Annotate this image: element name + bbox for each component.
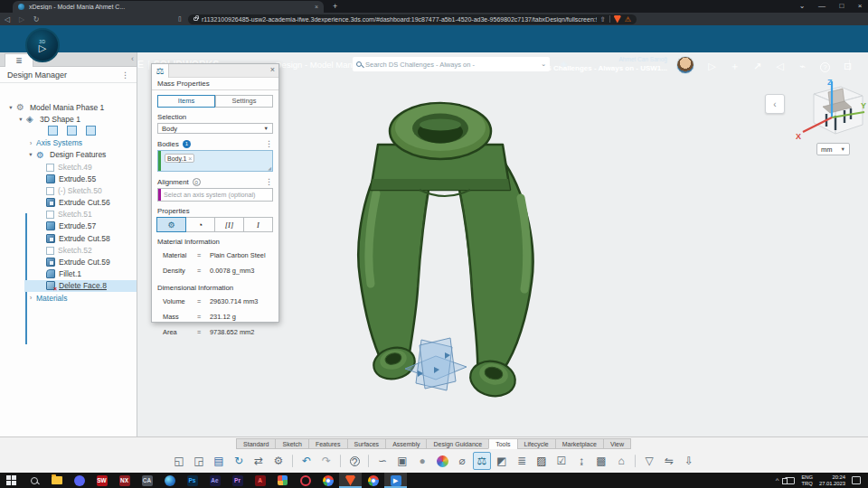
toolbar-separator[interactable] [340,455,341,467]
window-close-button[interactable]: × [852,1,868,12]
new-tab-button[interactable]: + [333,2,337,11]
autocad-app[interactable]: A [249,473,271,488]
chip-close-icon[interactable]: × [188,155,192,162]
taskbar-search-button[interactable] [23,473,45,488]
units-select[interactable]: mm ▼ [816,143,850,155]
tree-item-sketch-52[interactable]: Sketch.52 [0,244,137,256]
mass-panel-titlebar[interactable]: ⚖ × [152,64,278,78]
expander-icon[interactable]: ▾ [15,116,26,123]
tab-surfaces[interactable]: Surfaces [347,438,387,449]
interference-check-tool[interactable]: ▩ [592,452,610,470]
address-bar[interactable]: r1132100926485-usw2-academia-ifwe.3dexpe… [188,14,637,24]
expander-icon[interactable]: ▾ [5,104,16,111]
undercut-analysis-tool[interactable]: ▽ [640,452,658,470]
toolbar-separator[interactable] [635,455,636,467]
tab-design-guidance[interactable]: Design Guidance [426,438,489,449]
discord-app[interactable] [68,473,90,488]
add-content-icon[interactable]: ＋ [723,57,746,73]
window-minimize-button[interactable]: — [814,1,830,12]
viewport-flyout-collapse-button[interactable]: ‹ [765,94,785,114]
kebab-menu-icon[interactable]: ⋮ [265,139,273,148]
fullscreen-icon[interactable]: ⊡ [836,57,859,73]
install-app-icon[interactable]: ▯ [178,15,182,23]
share-arrow-icon[interactable]: ↗ [746,57,769,73]
tree-item-extrude-cut-59[interactable]: Extrude Cut.59 [0,256,137,267]
section-view-tool[interactable]: ◩ [493,452,511,470]
save-tool[interactable]: ▤ [210,452,228,470]
alignment-input[interactable] [164,191,272,199]
chrome-app[interactable] [316,473,339,488]
tree-item-extrude-cut-56[interactable]: Extrude Cut.56 [0,197,137,209]
tab-standard[interactable]: Standard [236,438,276,449]
premiere-app[interactable]: Pr [226,473,249,488]
forward-icon[interactable]: ▷ [14,15,29,23]
tab-items[interactable]: Items [157,95,215,108]
body-chip[interactable]: Body.1 × [165,154,194,163]
tab-settings[interactable]: Settings [215,95,273,108]
chrome-app-2[interactable] [362,473,384,488]
browser-tab[interactable]: xDesign - Model Mania Ahmet C... × [13,1,324,13]
mass-properties-overview-button[interactable]: ⚙ [156,217,186,232]
back-icon[interactable]: ◁ [0,15,14,23]
global-search[interactable]: ⌄ [353,57,550,71]
tree-item-delete-face-8[interactable]: Delete Face.8 [0,280,137,292]
close-icon[interactable]: × [270,65,275,74]
selection-type-select[interactable]: Body ▼ [157,123,273,134]
network-icon[interactable] [785,477,795,484]
share-network-icon[interactable]: ◁ [769,57,791,73]
user-context[interactable]: Ahmet Can Sarıoğ DS Challenges - Always … [542,55,667,73]
bodies-selection-field[interactable]: Body.1 × ◢ [157,150,273,172]
settings-tool[interactable]: ⚙ [269,452,288,470]
kebab-menu-icon[interactable]: ⋮ [121,70,129,80]
window-maximize-button[interactable]: □ [834,1,850,12]
tree-item-extrude-55[interactable]: Extrude.55 [0,173,137,184]
tab-lifecycle[interactable]: Lifecycle [517,438,556,449]
expander-icon[interactable]: › [25,295,36,301]
movies-tv-app[interactable]: ▶ [384,473,407,488]
redo-tool[interactable]: ↷ [317,452,335,470]
action-center-icon[interactable] [852,476,861,484]
sync-tool[interactable]: ↻ [230,452,248,470]
solidworks-app[interactable]: SW [90,473,113,488]
snapshot-tool[interactable]: ▣ [393,452,411,470]
expander-icon[interactable]: › [25,140,36,146]
dimension-analysis-tool[interactable]: ↨ [572,452,590,470]
color-wheel-tool[interactable] [433,452,451,470]
lasso-select-tool[interactable]: ∽ [373,452,392,470]
tree-item-extrude-57[interactable]: Extrude.57 [0,221,137,232]
catia-app[interactable]: CA [136,473,158,488]
origin-planes-widget[interactable] [401,333,470,399]
share-content-icon[interactable]: ▷ [701,57,723,73]
panel-collapse-icon[interactable]: ‹ [131,54,134,63]
file-explorer-app[interactable] [45,473,68,488]
resize-handle-icon[interactable]: ◢ [268,165,271,171]
tree-item-fillet-1[interactable]: Fillet.1 [0,268,137,280]
start-button[interactable] [0,473,23,488]
clock[interactable]: 20:24 27.01.2023 [819,474,845,487]
opera-app[interactable] [294,473,316,488]
measure-tool[interactable]: ⌀ [453,452,471,470]
center-of-mass-button[interactable]: ◔ [185,217,215,232]
insert-shape-tool[interactable]: ◱ [170,452,188,470]
tree-item-axis-systems[interactable]: › Axis Systems [0,137,137,149]
tray-chevron-icon[interactable]: ^ [776,476,779,484]
toolbar-separator[interactable] [368,455,369,467]
tree-item-sketch-51[interactable]: Sketch.51 [0,209,137,221]
mid-plane-tool[interactable]: ≣ [513,452,531,470]
tree-item-model-mania-phase-1[interactable]: ▾ Model Mania Phase 1 [0,101,137,113]
help-tool[interactable]: ? [345,452,363,470]
tab-close-icon[interactable]: × [315,4,318,10]
tree-item-3d-shape-1[interactable]: ▾ 3D Shape 1 [0,113,137,125]
tab-assembly[interactable]: Assembly [385,438,427,449]
tree-item-materials[interactable]: › Materials [0,292,137,304]
tree-item-design-features[interactable]: ▾ Design Features [0,149,137,161]
whats-new-icon[interactable]: ⌁ [791,57,814,73]
nx-app[interactable]: NX [113,473,136,488]
reload-icon[interactable]: ↻ [29,15,43,23]
alignment-field[interactable] [157,188,273,202]
kebab-menu-icon[interactable]: ⋮ [265,177,273,186]
check-geometry-tool[interactable]: ☑ [552,452,571,470]
tab-sketch[interactable]: Sketch [275,438,308,449]
mass-properties-tool[interactable]: ⚖ [473,452,491,470]
transfer-tool[interactable]: ⇄ [250,452,268,470]
